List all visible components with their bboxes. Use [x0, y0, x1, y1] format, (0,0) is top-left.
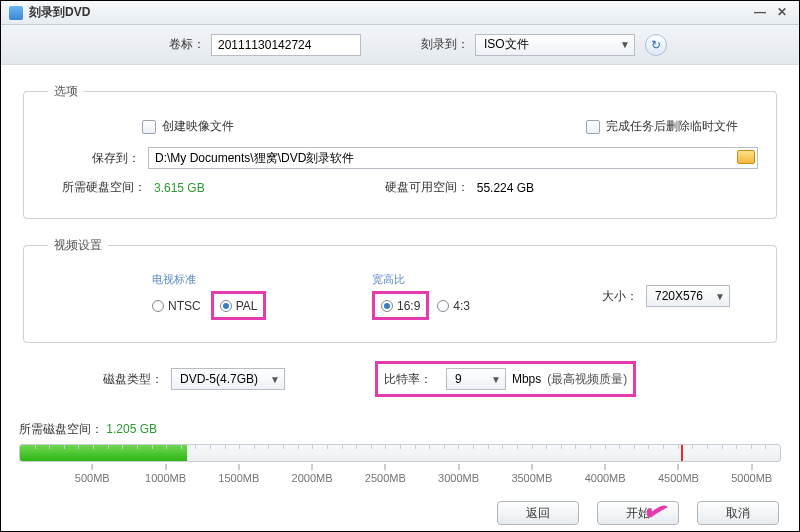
bitrate-lbl: 比特率： — [384, 371, 432, 388]
video-fieldset: 视频设置 电视标准 NTSC PAL — [23, 237, 777, 343]
volume-label-input[interactable] — [211, 34, 361, 56]
radio-icon — [220, 300, 232, 312]
window-title: 刻录到DVD — [29, 4, 90, 21]
highlight-pal: PAL — [211, 291, 267, 320]
progress-fill — [20, 445, 187, 461]
checkbox-icon — [586, 120, 600, 134]
refresh-icon: ↻ — [651, 38, 661, 52]
radio-icon — [437, 300, 449, 312]
chevron-down-icon: ▼ — [270, 374, 280, 385]
progress-area: 所需磁盘空间： 1.205 GB 500MB1000MB1500MB2000MB… — [19, 421, 781, 486]
progress-track — [19, 444, 781, 462]
required-hd-value: 3.615 GB — [154, 181, 205, 195]
size-select[interactable]: 720X576 ▼ — [646, 285, 730, 307]
save-to-input[interactable] — [148, 147, 758, 169]
refresh-button[interactable]: ↻ — [645, 34, 667, 56]
size-lbl: 大小： — [602, 288, 638, 305]
size-value: 720X576 — [655, 289, 703, 303]
top-toolbar: 卷标： 刻录到： ISO文件 ▼ ↻ — [1, 25, 799, 65]
tick-label: 1500MB — [218, 464, 259, 484]
a169-label: 16:9 — [397, 299, 420, 313]
bottom-bar: 返回 开始 取消 — [497, 501, 779, 525]
save-to-lbl: 保存到： — [92, 150, 140, 167]
options-fieldset: 选项 创建映像文件 完成任务后删除临时文件 保存到： 所需硬盘空间： — [23, 83, 777, 219]
pointer-arrow-icon: ✔ — [639, 491, 674, 532]
burn-to-value: ISO文件 — [484, 36, 529, 53]
aspect-43-radio[interactable]: 4:3 — [437, 299, 470, 313]
delete-temp-label: 完成任务后删除临时文件 — [606, 118, 738, 135]
volume-label-lbl: 卷标： — [169, 36, 205, 53]
tick-label: 2000MB — [292, 464, 333, 484]
radio-icon — [381, 300, 393, 312]
required-hd-lbl: 所需硬盘空间： — [62, 179, 146, 196]
tick-label: 2500MB — [365, 464, 406, 484]
tick-label: 3500MB — [511, 464, 552, 484]
back-button[interactable]: 返回 — [497, 501, 579, 525]
highlight-bitrate: 比特率： 9 ▼ Mbps (最高视频质量) — [375, 361, 636, 397]
available-hd-value: 55.224 GB — [477, 181, 534, 195]
app-icon — [9, 6, 23, 20]
bitrate-unit: Mbps — [512, 372, 541, 386]
tick-label: 1000MB — [145, 464, 186, 484]
required-disk-lbl: 所需磁盘空间： — [19, 422, 103, 436]
close-button[interactable]: ✕ — [773, 6, 791, 20]
pal-label: PAL — [236, 299, 258, 313]
pal-radio[interactable]: PAL — [220, 299, 258, 313]
bitrate-select[interactable]: 9 ▼ — [446, 368, 506, 390]
aspect-169-radio[interactable]: 16:9 — [381, 299, 420, 313]
folder-icon[interactable] — [737, 150, 755, 164]
title-bar: 刻录到DVD — ✕ — [1, 1, 799, 25]
chevron-down-icon: ▼ — [491, 374, 501, 385]
progress-red-marker — [681, 444, 683, 462]
video-legend: 视频设置 — [48, 237, 108, 254]
create-image-label: 创建映像文件 — [162, 118, 234, 135]
disc-type-value: DVD-5(4.7GB) — [180, 372, 258, 386]
bitrate-hint: (最高视频质量) — [547, 371, 627, 388]
burn-to-lbl: 刻录到： — [421, 36, 469, 53]
checkbox-icon — [142, 120, 156, 134]
disc-type-lbl: 磁盘类型： — [103, 371, 163, 388]
ntsc-label: NTSC — [168, 299, 201, 313]
a43-label: 4:3 — [453, 299, 470, 313]
available-hd-lbl: 硬盘可用空间： — [385, 179, 469, 196]
highlight-169: 16:9 — [372, 291, 429, 320]
radio-icon — [152, 300, 164, 312]
ntsc-radio[interactable]: NTSC — [152, 299, 201, 313]
cancel-button[interactable]: 取消 — [697, 501, 779, 525]
tick-label: 4500MB — [658, 464, 699, 484]
delete-temp-checkbox[interactable]: 完成任务后删除临时文件 — [586, 118, 738, 135]
tv-standard-lbl: 电视标准 — [152, 272, 312, 287]
chevron-down-icon: ▼ — [715, 291, 725, 302]
burn-to-select[interactable]: ISO文件 ▼ — [475, 34, 635, 56]
bitrate-value: 9 — [455, 372, 462, 386]
aspect-lbl: 宽高比 — [372, 272, 522, 287]
minimize-button[interactable]: — — [751, 6, 769, 20]
tick-label: 5000MB — [731, 464, 772, 484]
chevron-down-icon: ▼ — [620, 39, 630, 50]
options-legend: 选项 — [48, 83, 84, 100]
create-image-checkbox[interactable]: 创建映像文件 — [142, 118, 234, 135]
required-disk-value: 1.205 GB — [106, 422, 157, 436]
tick-label: 4000MB — [585, 464, 626, 484]
tick-label: 500MB — [75, 464, 110, 484]
disc-type-select[interactable]: DVD-5(4.7GB) ▼ — [171, 368, 285, 390]
progress-ticks: 500MB1000MB1500MB2000MB2500MB3000MB3500M… — [19, 464, 781, 486]
tick-label: 3000MB — [438, 464, 479, 484]
